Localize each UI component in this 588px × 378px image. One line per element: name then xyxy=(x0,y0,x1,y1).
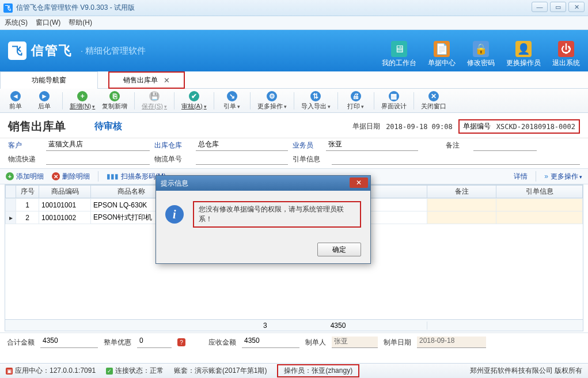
menu-window[interactable]: 窗口(W) xyxy=(36,18,60,28)
btn-more[interactable]: ⚙更多操作 xyxy=(257,91,287,111)
x-icon: ✕ xyxy=(52,172,60,180)
status-book: 账套：演示账套(2017年第1期) xyxy=(174,366,267,376)
dialog-ok-button[interactable]: 确定 xyxy=(317,243,361,256)
dialog-close-button[interactable]: ✕ xyxy=(350,177,368,188)
btn-close-window[interactable]: ✕关闭窗口 xyxy=(421,91,446,111)
warehouse-input[interactable]: 总仓库 xyxy=(196,139,288,151)
menu-system[interactable]: 系统(S) xyxy=(5,18,28,28)
tab-navigation[interactable]: 功能导航窗 xyxy=(0,71,98,89)
dialog-title: 提示信息 xyxy=(161,179,188,188)
expressno-input[interactable] xyxy=(196,153,288,165)
doc-number-box: 单据编号 XSCKD-20180918-0002 xyxy=(458,119,580,134)
btn-next[interactable]: ►后单 xyxy=(33,91,55,111)
col-code[interactable]: 商品编码 xyxy=(39,186,91,198)
status-app-center: 应用中心：127.0.0.1:7091 xyxy=(15,366,96,375)
maker-label: 制单人 xyxy=(305,338,326,347)
btn-copy-new[interactable]: ⎘复制新增 xyxy=(102,91,127,111)
customer-label: 客户 xyxy=(8,141,41,150)
sales-label: 业务员 xyxy=(293,141,321,150)
discount-value[interactable]: 0 xyxy=(137,337,172,348)
maximize-button[interactable]: ▭ xyxy=(550,2,566,12)
tab-close-icon[interactable]: ✕ xyxy=(164,76,170,85)
status-copyright: 郑州亚拓软件科技有限公司 版权所有 xyxy=(470,366,582,376)
total-label: 合计金额 xyxy=(7,338,35,347)
banner: 飞 信管飞 · 精细化管理软件 🖥我的工作台 📄单据中心 🔒修改密码 👤更换操作… xyxy=(0,30,588,71)
title-bar: 飞 信管飞仓库管理软件 V9.0.303 - 试用版 — ▭ ✕ xyxy=(0,0,588,16)
btn-ui-design[interactable]: ▦界面设计 xyxy=(381,91,407,111)
makedate-label: 制单日期 xyxy=(384,338,411,347)
help-icon[interactable]: ? xyxy=(177,338,185,346)
remark-input[interactable] xyxy=(473,139,537,151)
logo-text: 信管飞 xyxy=(31,42,73,59)
status-connection: 连接状态：正常 xyxy=(115,366,164,375)
layout-icon: ▦ xyxy=(389,91,399,101)
save-icon: 💾 xyxy=(149,91,160,101)
app-icon: 飞 xyxy=(3,3,13,13)
expressno-label: 物流单号 xyxy=(154,154,191,164)
app-title: 信管飞仓库管理软件 V9.0.303 - 试用版 xyxy=(16,3,135,13)
chevron-down-icon: » xyxy=(544,172,548,180)
document-header: 销售出库单 待审核 单据日期 2018-09-18 09:08 单据编号 XSC… xyxy=(0,113,588,138)
io-icon: ⇅ xyxy=(310,91,321,101)
info-icon: i xyxy=(165,205,184,224)
receivable-value[interactable]: 4350 xyxy=(242,337,299,348)
doc-date-value: 2018-09-18 09:08 xyxy=(386,123,453,131)
btn-save: 💾保存(S) xyxy=(142,91,167,111)
message-dialog: 提示信息 ✕ i 您没有修改单据编号的权限，请与系统管理员联系！ 确定 xyxy=(155,175,371,264)
barcode-icon: ▮▮▮ xyxy=(107,172,119,180)
refinfo-input[interactable] xyxy=(332,153,580,165)
btn-del-detail[interactable]: ✕删除明细 xyxy=(52,172,90,182)
plus-icon: + xyxy=(77,91,88,101)
banner-switch-operator[interactable]: 👤更换操作员 xyxy=(506,41,541,68)
btn-add-detail[interactable]: +添加明细 xyxy=(6,172,44,182)
col-remark[interactable]: 备注 xyxy=(427,186,496,198)
receivable-label: 应收金额 xyxy=(208,338,236,347)
minimize-button[interactable]: — xyxy=(532,2,548,12)
tab-sales-out[interactable]: 销售出库单 ✕ xyxy=(108,71,185,89)
col-seq[interactable]: 序号 xyxy=(16,186,39,198)
banner-exit[interactable]: ⏻退出系统 xyxy=(552,41,580,68)
btn-import-export[interactable]: ⇅导入导出 xyxy=(301,91,331,111)
discount-label: 整单优惠 xyxy=(104,338,131,347)
doc-date-label: 单据日期 xyxy=(352,122,380,131)
express-input[interactable] xyxy=(46,153,150,165)
btn-ref[interactable]: ↘引单 xyxy=(221,91,243,111)
menu-help[interactable]: 帮助(H) xyxy=(69,18,92,28)
logo-icon: 飞 xyxy=(8,41,26,60)
document-title: 销售出库单 xyxy=(8,119,66,134)
btn-audit[interactable]: ✔审核(A) xyxy=(181,91,207,111)
dialog-title-bar[interactable]: 提示信息 ✕ xyxy=(156,176,370,191)
warehouse-label: 出库仓库 xyxy=(154,141,191,150)
menu-bar: 系统(S) 窗口(W) 帮助(H) xyxy=(0,16,588,30)
logo-subtitle: · 精细化管理软件 xyxy=(81,46,146,56)
btn-print[interactable]: 🖨打印 xyxy=(345,91,367,111)
banner-change-password[interactable]: 🔒修改密码 xyxy=(467,41,495,68)
banner-workbench[interactable]: 🖥我的工作台 xyxy=(382,41,416,68)
col-ref[interactable]: 引单信息 xyxy=(496,186,583,198)
btn-prev[interactable]: ◄前单 xyxy=(5,91,26,111)
tab-strip: 功能导航窗 销售出库单 ✕ xyxy=(0,71,588,89)
arrow-left-icon: ◄ xyxy=(10,91,21,101)
express-label: 物流快递 xyxy=(8,154,41,164)
makedate-value: 2018-09-18 xyxy=(417,337,486,348)
lock-icon: 🔒 xyxy=(473,41,489,57)
user-icon: 👤 xyxy=(515,41,532,57)
gear-icon: ⚙ xyxy=(267,91,277,101)
plus-icon: + xyxy=(6,172,14,180)
customer-input[interactable]: 蓝猫文具店 xyxy=(46,139,150,151)
document-toolbar: ◄前单 ►后单 +新增(N) ⎘复制新增 💾保存(S) ✔审核(A) ↘引单 ⚙… xyxy=(0,89,588,113)
check-icon: ✔ xyxy=(189,91,199,101)
btn-detail[interactable]: 详情 xyxy=(514,172,528,182)
doc-number-label: 单据编号 xyxy=(463,122,491,131)
grid-footer: 34350 xyxy=(5,320,583,331)
refinfo-label: 引单信息 xyxy=(293,154,327,164)
btn-new[interactable]: +新增(N) xyxy=(70,91,95,111)
app-center-icon: ▣ xyxy=(6,368,13,375)
banner-doc-center[interactable]: 📄单据中心 xyxy=(428,41,456,68)
btn-more-ops[interactable]: »更多操作 xyxy=(544,172,582,182)
document-status: 待审核 xyxy=(94,120,122,133)
close-button[interactable]: ✕ xyxy=(568,2,585,12)
desktop-icon: 🖥 xyxy=(391,41,407,57)
total-value[interactable]: 4350 xyxy=(40,337,98,348)
sales-input[interactable]: 张亚 xyxy=(326,139,418,151)
